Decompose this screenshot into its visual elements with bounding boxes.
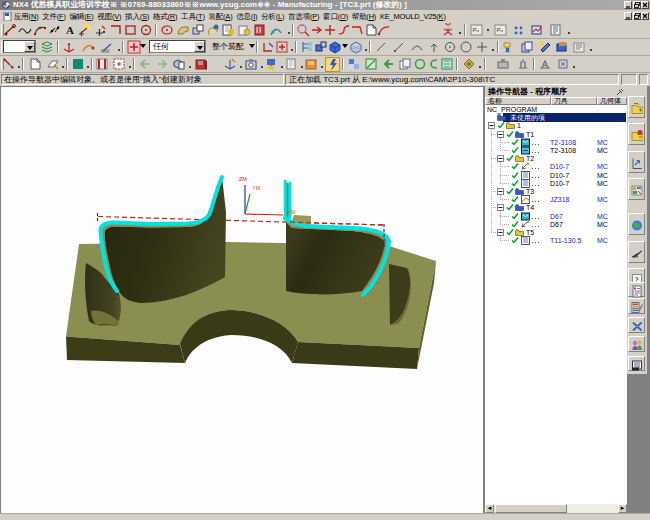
svg-text:ZM: ZM xyxy=(239,176,247,182)
svg-text:YM: YM xyxy=(252,185,261,191)
svg-text:Pₔ: Pₔ xyxy=(473,27,480,33)
svg-text:XM: XM xyxy=(287,209,296,215)
svg-text:MM: MM xyxy=(101,48,109,54)
svg-text:A: A xyxy=(66,24,74,36)
svg-text:Pₔ: Pₔ xyxy=(497,27,504,33)
